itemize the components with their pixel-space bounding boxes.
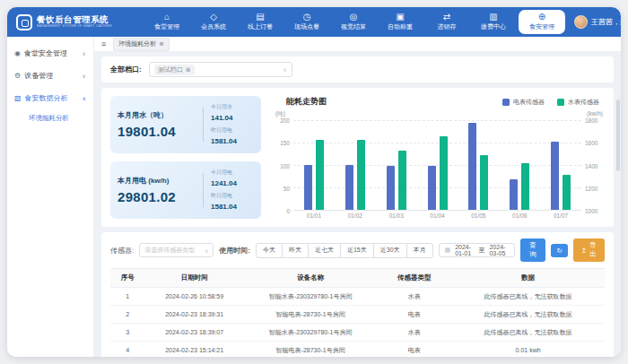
table-row[interactable]: 12024-02-26 10:58:59智能水表-230329780-1号房间水… (110, 288, 605, 306)
table-cell: 1 (110, 288, 145, 306)
collapse-menu-icon[interactable]: ≡ (101, 39, 106, 48)
stall-filter-card: 全部档口: 测试档口 ⊗ ∨ (101, 56, 614, 82)
quick-range-1[interactable]: 昨天 (283, 243, 309, 258)
bar-水表传感器-01/02[interactable] (357, 140, 365, 211)
bar-水表传感器-01/05[interactable] (480, 155, 488, 211)
tab-label: 环境能耗分析 (118, 39, 156, 48)
search-button[interactable]: 查询 (520, 238, 546, 262)
table-row[interactable]: 32024-02-23 18:39:07智能水表-230329780-1号房间水… (110, 324, 605, 342)
quick-range-3[interactable]: 近15天 (341, 243, 374, 258)
stall-tag-close-icon[interactable]: ⊗ (186, 66, 191, 74)
legend-item-1[interactable]: 水表传感器 (557, 98, 599, 107)
quick-range-4[interactable]: 近30天 (374, 243, 407, 258)
bar-电表传感器-01/05[interactable] (468, 123, 476, 211)
water-stat-card: 本月用水（吨） 19801.04 今日用水 141.04 昨日用电 1581.0… (110, 96, 261, 153)
right-tick-label: 1600 (585, 140, 597, 146)
bar-电表传感器-01/06[interactable] (510, 179, 518, 210)
export-button[interactable]: ↥ 导出 (573, 238, 605, 262)
sidebar-item-label: 食堂安全管理 (24, 48, 67, 58)
time-filter-label: 使用时间: (219, 246, 250, 256)
nav-item-5[interactable]: ▣自动称重 (377, 7, 423, 37)
onsite-order-icon: ◷ (303, 13, 311, 22)
export-icon: ↥ (581, 247, 587, 255)
bar-水表传感器-01/04[interactable] (440, 136, 448, 211)
calendar-icon: ▦ (445, 247, 451, 254)
table-cell: 2024-02-23 15:14:21 (145, 342, 244, 358)
table-row[interactable]: 22024-02-23 18:39:31智能电表-28730-1号房间电表此传感… (110, 306, 605, 324)
bar-电表传感器-01/07[interactable] (551, 142, 559, 210)
column-header: 日期时间 (145, 269, 244, 288)
member-system-icon: ◇ (210, 13, 217, 22)
x-tick-label: 01/01 (293, 211, 335, 219)
records-table: 序号日期时间设备名称传感器类型数据 12024-02-26 10:58:59智能… (110, 268, 605, 357)
yesterday-electric-label: 昨日用电 (211, 192, 254, 200)
nav-item-food-safety[interactable]: ⊕食安管理 (519, 10, 565, 34)
x-tick-label: 01/05 (458, 211, 499, 219)
tab-close-icon[interactable]: ⊗ (159, 40, 163, 48)
x-tick-label: 01/07 (540, 211, 581, 219)
bar-水表传感器-01/03[interactable] (398, 151, 406, 211)
nav-item-label: 食安管理 (529, 22, 554, 31)
left-tick-label: 100 (280, 162, 290, 169)
tab-env-energy-analysis[interactable]: 环境能耗分析 ⊗ (113, 38, 169, 51)
sidebar-item-2[interactable]: ▧食安数据分析∧ (7, 87, 93, 109)
bar-电表传感器-01/04[interactable] (428, 166, 436, 210)
quick-range-0[interactable]: 今天 (256, 243, 283, 258)
main-area: ≡ 环境能耗分析 ⊗ 全部档口: 测试档口 ⊗ ∨ (94, 37, 621, 357)
stall-tag: 测试档口 ⊗ (154, 65, 195, 75)
stall-select[interactable]: 测试档口 ⊗ ∨ (149, 62, 292, 77)
inventory-icon: ⇄ (443, 13, 450, 22)
table-row[interactable]: 42024-02-23 15:14:21智能电表-28730-1号房间电表0.0… (110, 342, 605, 358)
vertical-scrollbar[interactable] (616, 100, 620, 171)
date-start-value[interactable]: 2024-01-01 (455, 244, 474, 256)
sidebar-item-label: 设备管理 (24, 71, 53, 81)
today-electric-value: 1241.04 (211, 179, 254, 187)
food-safety-icon: ⊕ (538, 13, 545, 22)
bar-水表传感器-01/01[interactable] (316, 140, 324, 211)
bar-电表传感器-01/03[interactable] (387, 166, 395, 210)
bar-group-01/01 (293, 120, 335, 210)
chart-plot (293, 120, 581, 211)
legend-swatch-icon (502, 99, 510, 106)
legend-item-0[interactable]: 电表传感器 (502, 98, 545, 107)
legend-label: 水表传感器 (568, 98, 599, 107)
bar-电表传感器-01/01[interactable] (304, 165, 312, 210)
sensor-type-select[interactable]: 请选择传感器类型 ∨ (139, 243, 214, 257)
top-nav: ⌂食堂管理◇会员系统▤线上订餐◷现场点餐◎视觉结算▣自动称重⇄进销存▥缴费中心⊕… (144, 7, 567, 37)
legend-swatch-icon (557, 99, 564, 106)
nav-item-7[interactable]: ▥缴费中心 (470, 7, 517, 37)
sidebar-item-0[interactable]: ◉食堂安全管理∨ (7, 42, 93, 65)
date-range-picker[interactable]: ▦ 2024-01-01 至 2024-03-05 (439, 243, 515, 257)
user-chip[interactable]: 王茜茜，采购经理 ⋮ (569, 15, 621, 29)
sidebar-item-1[interactable]: ⚙设备管理∨ (7, 65, 93, 87)
bar-电表传感器-01/02[interactable] (345, 165, 353, 210)
x-axis-labels: 01/0101/0201/0301/0401/0501/0601/07 (293, 211, 581, 219)
bar-水表传感器-01/06[interactable] (521, 163, 529, 210)
bar-水表传感器-01/07[interactable] (563, 175, 571, 210)
sidebar-subitem-env-energy[interactable]: 环境能耗分析 (7, 109, 93, 127)
table-cell: 2024-02-23 18:39:07 (145, 324, 244, 342)
table-cell: 0.01 kwh (451, 342, 605, 358)
nav-item-3[interactable]: ◷现场点餐 (283, 7, 330, 37)
quick-range-2[interactable]: 近七天 (309, 243, 341, 258)
yesterday-label: 昨日用电 (211, 126, 254, 134)
refresh-button[interactable]: ↻ (551, 244, 567, 257)
today-water-label: 今日用水 (211, 103, 254, 111)
sensor-select-placeholder: 请选择传感器类型 (144, 246, 195, 255)
nav-item-6[interactable]: ⇄进销存 (423, 7, 470, 37)
logo-icon (16, 14, 32, 30)
nav-item-2[interactable]: ▤线上订餐 (237, 7, 283, 37)
nav-item-label: 会员系统 (201, 22, 226, 31)
column-header: 序号 (110, 269, 145, 288)
nav-item-0[interactable]: ⌂食堂管理 (144, 7, 190, 37)
nav-item-4[interactable]: ◎视觉结算 (330, 7, 377, 37)
canteen-safety-icon: ◉ (14, 49, 21, 57)
bar-group-01/02 (335, 120, 376, 210)
nav-item-label: 线上订餐 (248, 22, 273, 31)
quick-range-5[interactable]: 本月 (407, 243, 433, 258)
electric-stat-card: 本月用电 (kw/h) 29801.02 今日用电 1241.04 昨日用电 1… (110, 161, 261, 219)
date-end-value[interactable]: 2024-03-05 (489, 244, 508, 256)
nav-item-1[interactable]: ◇会员系统 (190, 7, 237, 37)
chart-legend: 电表传感器水表传感器 (502, 98, 599, 107)
date-separator: 至 (478, 246, 484, 255)
